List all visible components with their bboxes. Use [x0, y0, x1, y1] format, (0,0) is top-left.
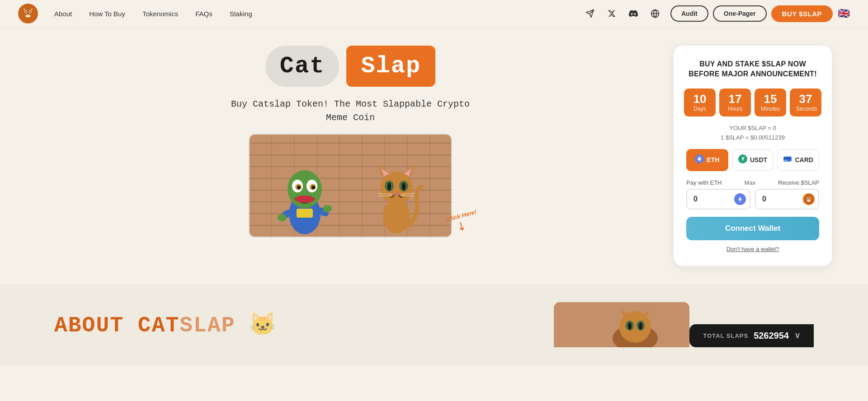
cat-badge: Cat: [265, 46, 340, 87]
svg-point-55: [628, 322, 632, 330]
svg-point-14: [297, 186, 301, 189]
payment-tabs: ETH ₮ USDT: [686, 149, 819, 171]
eth-icon: [695, 154, 704, 166]
svg-point-42: [804, 194, 814, 204]
svg-point-4: [25, 11, 27, 13]
bottom-section: ABOUT CATSLAP 🐱 TOTAL SLAPS 5262954 ∨: [0, 284, 868, 365]
your-slap-balance: YOUR $SLAP = 0: [686, 125, 819, 131]
total-slaps-count: 5262954: [754, 331, 789, 341]
language-selector[interactable]: 🇬🇧: [837, 7, 850, 20]
svg-point-15: [311, 186, 315, 189]
navbar: About How To Buy Tokenomics FAQs Staking: [0, 0, 868, 28]
usdt-tab[interactable]: ₮ USDT: [732, 149, 774, 171]
svg-point-0: [19, 5, 37, 22]
svg-point-5: [29, 11, 31, 13]
extra-social-icon[interactable]: [647, 5, 663, 22]
receive-slap-icon: [803, 193, 815, 205]
inputs-row: [686, 189, 819, 210]
svg-rect-8: [297, 209, 313, 218]
onepager-button[interactable]: One-Pager: [713, 5, 767, 22]
slap-price: 1 $SLAP = $0.00511239: [686, 134, 819, 141]
max-label: Max: [745, 179, 756, 186]
svg-point-47: [807, 199, 811, 202]
nav-buttons: Audit One-Pager BUY $SLAP 🇬🇧: [670, 5, 850, 22]
slaps-chevron-icon: ∨: [794, 331, 800, 340]
widget-title: BUY AND STAKE $SLAP NOW BEFORE MAJOR ANN…: [686, 59, 819, 79]
pay-with-label: Pay with ETH: [686, 179, 722, 186]
cat-corner-image: [554, 302, 689, 347]
total-slaps-label: TOTAL SLAPS: [703, 332, 748, 339]
svg-point-20: [323, 205, 332, 212]
telegram-icon[interactable]: [582, 5, 598, 22]
social-icons: [582, 5, 663, 22]
usdt-icon: ₮: [738, 154, 747, 166]
x-twitter-icon[interactable]: [604, 5, 620, 22]
nav-links: About How To Buy Tokenomics FAQs Staking: [47, 7, 575, 20]
nav-about[interactable]: About: [47, 7, 79, 20]
nav-staking[interactable]: Staking: [222, 7, 259, 20]
input-labels: Pay with ETH Max Receive $SLAP: [686, 179, 819, 186]
countdown-row: 10 Days 17 Hours 15 Minutes 37 Seconds: [686, 89, 819, 117]
svg-text:₮: ₮: [741, 157, 745, 162]
hero-tagline: Buy Catslap Token! The Most Slappable Cr…: [231, 98, 470, 125]
slap-badge: Slap: [346, 46, 435, 87]
buy-widget-container: BUY AND STAKE $SLAP NOW BEFORE MAJOR ANN…: [674, 46, 832, 266]
eth-tab[interactable]: ETH: [686, 149, 728, 171]
svg-rect-40: [784, 158, 792, 159]
card-icon: [783, 154, 792, 166]
nav-tokenomics[interactable]: Tokenomics: [135, 7, 185, 20]
logo-title-row: Cat Slap: [265, 46, 435, 87]
cat-character: [369, 155, 424, 237]
svg-point-56: [639, 322, 642, 330]
buy-slap-button[interactable]: BUY $SLAP: [771, 5, 833, 22]
card-tab[interactable]: CARD: [777, 149, 819, 171]
hero-left: Cat Slap Buy Catslap Token! The Most Sla…: [54, 46, 646, 238]
svg-rect-41: [785, 160, 787, 161]
svg-point-30: [402, 182, 406, 191]
usdt-tab-label: USDT: [750, 156, 767, 163]
site-logo[interactable]: [18, 4, 38, 23]
nav-how-to-buy[interactable]: How To Buy: [82, 7, 132, 20]
svg-point-19: [278, 214, 287, 221]
nav-faqs[interactable]: FAQs: [188, 7, 220, 20]
connect-wallet-button[interactable]: Connect Wallet: [686, 217, 819, 240]
countdown-seconds: 37 Seconds: [790, 89, 821, 117]
total-slaps-bar[interactable]: TOTAL SLAPS 5262954 ∨: [689, 324, 814, 347]
buy-widget: BUY AND STAKE $SLAP NOW BEFORE MAJOR ANN…: [674, 46, 832, 266]
no-wallet-link[interactable]: Don't have a wallet?: [686, 246, 819, 252]
svg-point-46: [810, 197, 811, 198]
svg-point-29: [387, 182, 391, 191]
receive-label: Receive $SLAP: [778, 179, 819, 186]
pay-input-wrapper: [686, 189, 750, 210]
svg-point-16: [295, 196, 315, 203]
discord-icon[interactable]: [625, 5, 642, 22]
receive-input-wrapper: [755, 189, 819, 210]
countdown-days: 10 Days: [684, 89, 716, 117]
pepe-character: [278, 155, 332, 237]
pay-eth-icon: [734, 193, 746, 205]
countdown-minutes: 15 Minutes: [755, 89, 786, 117]
countdown-hours: 17 Hours: [719, 89, 751, 117]
svg-point-45: [807, 197, 808, 198]
meme-image[interactable]: [249, 134, 452, 238]
main-content: Cat Slap Buy Catslap Token! The Most Sla…: [0, 28, 868, 284]
about-title: ABOUT CATSLAP 🐱: [54, 312, 554, 338]
card-tab-label: CARD: [795, 156, 813, 163]
svg-point-21: [383, 199, 410, 233]
audit-button[interactable]: Audit: [670, 5, 708, 22]
eth-tab-label: ETH: [707, 156, 719, 163]
